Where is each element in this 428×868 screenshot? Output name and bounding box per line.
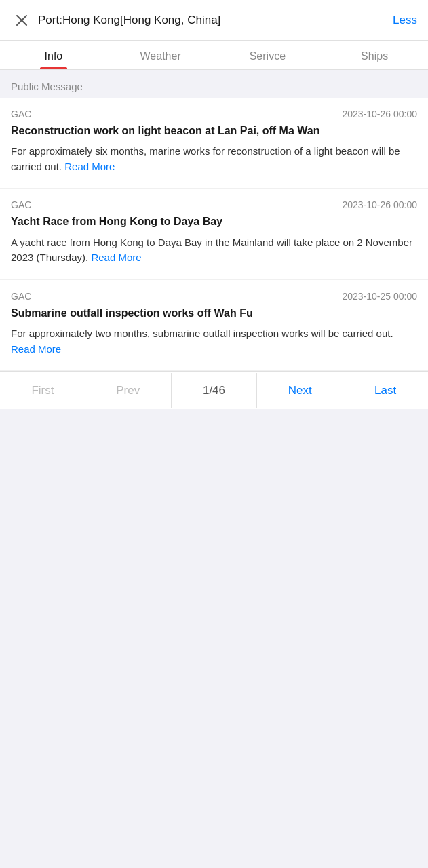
page-info: 1/46 [171,373,258,408]
page-title: Port:Hong Kong[Hong Kong, China] [38,14,393,27]
read-more-link-0[interactable]: Read More [64,161,115,172]
message-body: For approximately six months, marine wor… [11,144,417,174]
first-button[interactable]: First [0,373,85,408]
message-source: GAC [11,291,31,302]
message-body: A yacht race from Hong Kong to Daya Bay … [11,235,417,266]
message-date: 2023-10-26 00:00 [342,108,417,119]
message-body: For approximately two months, submarine … [11,326,417,357]
message-title: Yacht Race from Hong Kong to Daya Bay [11,214,417,229]
read-more-link-1[interactable]: Read More [91,252,141,263]
close-button[interactable] [11,9,33,31]
message-meta: GAC 2023-10-26 00:00 [11,199,417,210]
tab-ships[interactable]: Ships [321,41,428,69]
message-date: 2023-10-26 00:00 [342,199,417,210]
message-item: GAC 2023-10-26 00:00 Yacht Race from Hon… [0,189,428,279]
message-title: Submarine outfall inspection works off W… [11,306,417,321]
message-date: 2023-10-25 00:00 [342,291,417,302]
pagination: First Prev 1/46 Next Last [0,371,428,409]
message-title: Reconstruction work on light beacon at L… [11,123,417,138]
last-button[interactable]: Last [343,373,428,408]
tabs-bar: Info Weather Serivce Ships [0,41,428,70]
message-item: GAC 2023-10-26 00:00 Reconstruction work… [0,98,428,189]
tab-weather[interactable]: Weather [107,41,214,69]
message-meta: GAC 2023-10-26 00:00 [11,108,417,119]
prev-button[interactable]: Prev [85,373,171,408]
section-label: Public Message [0,70,428,98]
messages-list: GAC 2023-10-26 00:00 Reconstruction work… [0,98,428,371]
tab-service[interactable]: Serivce [214,41,322,69]
less-button[interactable]: Less [393,14,417,27]
header: Port:Hong Kong[Hong Kong, China] Less [0,0,428,41]
message-item: GAC 2023-10-25 00:00 Submarine outfall i… [0,280,428,371]
message-source: GAC [11,108,31,119]
read-more-link-2[interactable]: Read More [11,343,61,355]
tab-info[interactable]: Info [0,41,107,69]
message-meta: GAC 2023-10-25 00:00 [11,291,417,302]
message-source: GAC [11,199,31,210]
next-button[interactable]: Next [257,373,343,408]
